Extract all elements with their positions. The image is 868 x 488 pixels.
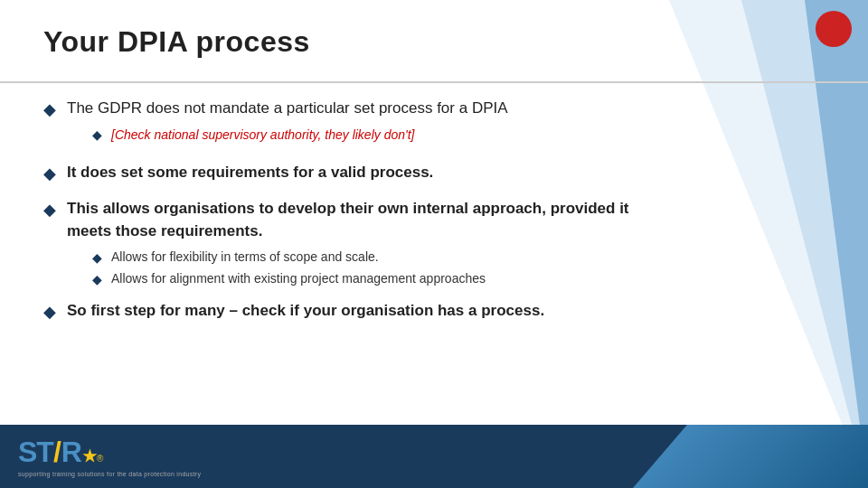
sub-bullet-group: ◆ Allows for flexibility in terms of sco… — [67, 249, 651, 289]
bullet-diamond-icon: ◆ — [43, 301, 56, 324]
bullet-text: So first step for many – check if your o… — [67, 300, 544, 323]
slide-title: Your DPIA process — [43, 25, 687, 59]
deco-shape-light — [669, 0, 868, 488]
title-area: Your DPIA process — [43, 25, 687, 59]
sub-bullet-group: ◆ [Check national supervisory authority,… — [67, 126, 508, 145]
deco-shape-dark — [805, 0, 868, 488]
sub-bullet-text: Allows for alignment with existing proje… — [111, 270, 486, 288]
logo-slash: / — [53, 436, 61, 469]
sub-diamond-icon: ◆ — [92, 127, 102, 145]
list-item: ◆ Allows for flexibility in terms of sco… — [67, 249, 651, 267]
bullet-text: The GDPR does not mandate a particular s… — [67, 99, 508, 117]
list-item: ◆ It does set some requirements for a va… — [43, 162, 651, 185]
list-item: ◆ Allows for alignment with existing pro… — [67, 270, 651, 289]
sub-diamond-icon: ◆ — [92, 249, 102, 267]
sub-diamond-icon: ◆ — [92, 271, 102, 289]
list-item: ◆ So first step for many – check if your… — [43, 300, 651, 324]
logo-star-symbol: ★ — [82, 446, 97, 466]
bullet-text: It does set some requirements for a vali… — [67, 162, 433, 184]
slide: Your DPIA process ◆ The GDPR does not ma… — [0, 0, 868, 488]
logo-r: R — [61, 436, 82, 469]
sub-bullet-text: [Check national supervisory authority, t… — [111, 126, 414, 144]
bottom-accent — [633, 425, 868, 488]
bullet-diamond-icon: ◆ — [43, 163, 56, 185]
logo-st: ST — [18, 436, 53, 469]
bullet-text: This allows organisations to develop the… — [67, 200, 629, 239]
logo-tagline: supporting training solutions for the da… — [18, 471, 201, 477]
title-rule — [0, 81, 868, 83]
bullet-diamond-icon: ◆ — [43, 99, 56, 121]
bullet-diamond-icon: ◆ — [43, 199, 56, 221]
bottom-bar: ST / R ★ ® supporting training solutions… — [0, 425, 868, 488]
logo: ST / R ★ ® supporting training solutions… — [18, 436, 201, 477]
list-item: ◆ [Check national supervisory authority,… — [67, 126, 508, 145]
logo-registered: ® — [97, 454, 103, 464]
list-item: ◆ This allows organisations to develop t… — [43, 198, 651, 294]
logo-area: ST / R ★ ® supporting training solutions… — [18, 436, 201, 477]
red-circle-accent — [816, 11, 852, 47]
deco-shape-mid — [741, 0, 868, 488]
content-area: ◆ The GDPR does not mandate a particular… — [43, 98, 651, 416]
sub-bullet-text: Allows for flexibility in terms of scope… — [111, 249, 379, 267]
deco-container — [615, 0, 868, 488]
list-item: ◆ The GDPR does not mandate a particular… — [43, 98, 651, 149]
